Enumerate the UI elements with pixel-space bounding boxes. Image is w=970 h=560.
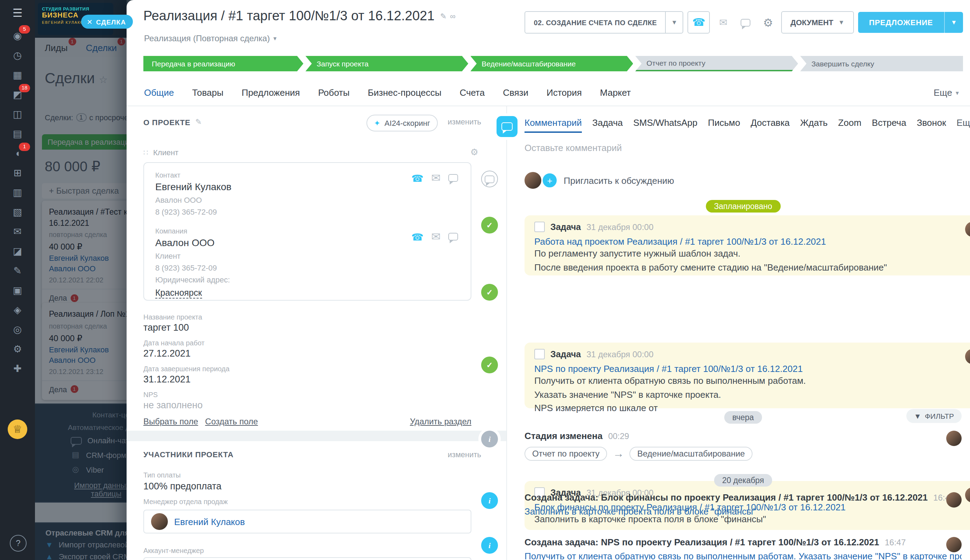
stage-segment[interactable]: Передача в реализацию (143, 56, 303, 71)
tab-bizproc[interactable]: Бизнес-процессы (368, 87, 442, 98)
documents-icon[interactable]: ▥ (8, 186, 27, 198)
menu-icon[interactable]: ☰ (8, 7, 27, 20)
tl-tab-comment[interactable]: Комментарий (525, 117, 582, 133)
task-title-link[interactable]: NPS по проекту Реализация / #1 таргет 10… (534, 363, 970, 374)
mail-icon[interactable]: ✉ (8, 225, 27, 238)
stage-segment[interactable]: Запуск проекта (306, 56, 468, 71)
stage-segment[interactable]: Отчет по проекту (635, 56, 798, 71)
contact-phone[interactable]: 8 (923) 365-72-09 (155, 206, 460, 218)
log-time: 16:47 (885, 538, 906, 547)
tab-robots[interactable]: Роботы (318, 87, 350, 98)
drag-handle-icon[interactable]: ∷ (143, 148, 148, 157)
tab-invoices[interactable]: Счета (460, 87, 485, 98)
field-value[interactable]: не заполнено (143, 400, 203, 410)
delete-section-link[interactable]: Удалить раздел (410, 417, 472, 427)
timeline-task-card[interactable]: Задача 31 декабря 00:00 NPS по проекту Р… (525, 343, 970, 408)
client-settings-gear-icon[interactable]: ⚙ (470, 147, 478, 157)
add-icon[interactable]: ✚ (8, 362, 27, 375)
document-button[interactable]: ДОКУМЕНТ▼ (782, 11, 854, 33)
mail-icon[interactable]: ✉ (431, 171, 441, 185)
phone-icon: ☎ (692, 16, 705, 29)
invite-row[interactable]: + Пригласить к обсуждению (525, 172, 962, 189)
sites-icon[interactable]: ▤ (8, 127, 27, 140)
company-phone[interactable]: 8 (923) 365-72-09 (155, 262, 460, 274)
log-link[interactable]: Получить от клиента обратную связь по вы… (525, 551, 962, 560)
chat-bubble-icon[interactable] (448, 233, 458, 240)
funnel-stage-select[interactable]: 02. СОЗДАНИЕ СЧЕТА ПО СДЕЛКЕ ▼ (525, 11, 683, 33)
select-field-link[interactable]: Выбрать поле (143, 417, 198, 427)
desktop-icon[interactable]: ▦ (8, 68, 27, 81)
tab-links[interactable]: Связи (503, 87, 528, 98)
task-checkbox[interactable] (534, 222, 545, 232)
call-button[interactable]: ☎ (688, 11, 710, 33)
tasks-icon[interactable]: ◩18 (8, 88, 27, 101)
deal-category[interactable]: Реализация (Повторная сделка)▾ (144, 33, 277, 43)
tl-tabs-more[interactable]: Еще ▾ (957, 117, 970, 128)
phone-icon[interactable]: ☎ (411, 231, 423, 242)
edit-title-icon[interactable]: ✎ (440, 12, 447, 21)
log-title: Создана задача: Блок финансы по проекту … (525, 492, 928, 503)
tl-tab-call[interactable]: Звонок (917, 117, 946, 128)
tl-tab-zoom[interactable]: Zoom (838, 117, 861, 128)
email-button[interactable]: ✉ (714, 12, 733, 33)
task-title-link[interactable]: Работа над проектом Реализация / #1 тарг… (534, 236, 970, 247)
offer-button[interactable]: ПРЕДЛОЖЕНИЕ ▼ (858, 12, 963, 33)
participants-edit-link[interactable]: изменить (448, 450, 481, 458)
tl-tab-task[interactable]: Задача (592, 117, 623, 128)
phone-icon[interactable]: ☎ (411, 172, 423, 183)
tab-quotes[interactable]: Предложения (242, 87, 300, 98)
avatar (946, 537, 962, 552)
edit-section-icon[interactable]: ✎ (195, 117, 202, 127)
kanban-backdrop: Лиды1 Сделки1 Сделки ☆ Сделки:1с просроч… (35, 0, 127, 560)
settings-icon[interactable]: ⚙ (8, 343, 27, 355)
timeline-filter-button[interactable]: ▼ФИЛЬТР (907, 409, 962, 423)
tl-tab-wait[interactable]: Ждать (800, 117, 828, 128)
drive-icon[interactable]: ▧ (8, 205, 27, 218)
messenger-icon[interactable]: ◖1 (8, 147, 27, 159)
help-icon[interactable]: ? (10, 535, 27, 552)
time-icon[interactable]: ◷ (8, 49, 27, 62)
task-checkbox[interactable] (534, 349, 545, 359)
field-value[interactable]: 31.12.2021 (143, 374, 190, 385)
sign-icon[interactable]: ✎ (8, 264, 27, 277)
tab-general[interactable]: Общие (144, 87, 174, 98)
tl-tab-delivery[interactable]: Доставка (751, 117, 790, 128)
tl-tab-letter[interactable]: Письмо (708, 117, 740, 128)
field-value[interactable]: таргет 100 (143, 322, 189, 333)
tab-products[interactable]: Товары (192, 87, 223, 98)
market-icon[interactable]: ◈ (8, 303, 27, 316)
contact-center-icon[interactable]: ◪ (8, 245, 27, 257)
stage-segment[interactable]: Завершить сделку (800, 56, 963, 71)
manager-name-link[interactable]: Евгений Кулаков (174, 516, 245, 527)
calendar-icon[interactable]: ⊞ (8, 167, 27, 179)
payment-type-value[interactable]: 100% предоплата (143, 481, 221, 492)
copy-link-icon[interactable]: ∞ (450, 12, 456, 21)
mail-icon[interactable]: ✉ (431, 230, 441, 243)
tabs-more-button[interactable]: Еще▾ (933, 87, 959, 98)
comment-input[interactable]: Оставьте комментарий (525, 143, 960, 161)
stage-segment[interactable]: Ведение/масштабирование (470, 56, 633, 71)
chat-bubble-icon[interactable] (448, 174, 458, 182)
ai-scoring-button[interactable]: ✦AI24-скоринг (366, 115, 438, 132)
notifications-icon[interactable]: ◉5 (8, 29, 27, 42)
crm-icon[interactable]: ◫ (8, 108, 27, 120)
about-edit-link[interactable]: изменить (448, 117, 481, 126)
automation-icon[interactable]: ◎ (8, 323, 27, 336)
timeline-task-card[interactable]: Задача 31 декабря 00:00 Работа над проек… (525, 215, 970, 275)
slider-close-chip[interactable]: ✕ СДЕЛКА (81, 15, 133, 29)
chat-button[interactable] (737, 12, 755, 33)
tab-market[interactable]: Маркет (600, 87, 631, 98)
tab-history[interactable]: История (547, 87, 582, 98)
info-icon: i (481, 492, 498, 509)
stage-to-chip: Ведение/масштабирование (629, 447, 753, 461)
partner-crown-icon[interactable]: ♕ (8, 420, 27, 439)
log-link[interactable]: Заполнить в карточке проекта поля в блок… (525, 506, 962, 517)
warehouse-icon[interactable]: ▣ (8, 284, 27, 297)
create-field-link[interactable]: Создать поле (205, 417, 258, 427)
settings-button[interactable]: ⚙ (759, 12, 777, 33)
field-value[interactable]: 27.12.2021 (143, 348, 190, 358)
tl-tab-meeting[interactable]: Встреча (872, 117, 906, 128)
address-value[interactable]: Красноярск (155, 288, 202, 298)
add-participant-icon[interactable]: + (541, 172, 558, 189)
tl-tab-sms[interactable]: SMS/WhatsApp (633, 117, 698, 128)
